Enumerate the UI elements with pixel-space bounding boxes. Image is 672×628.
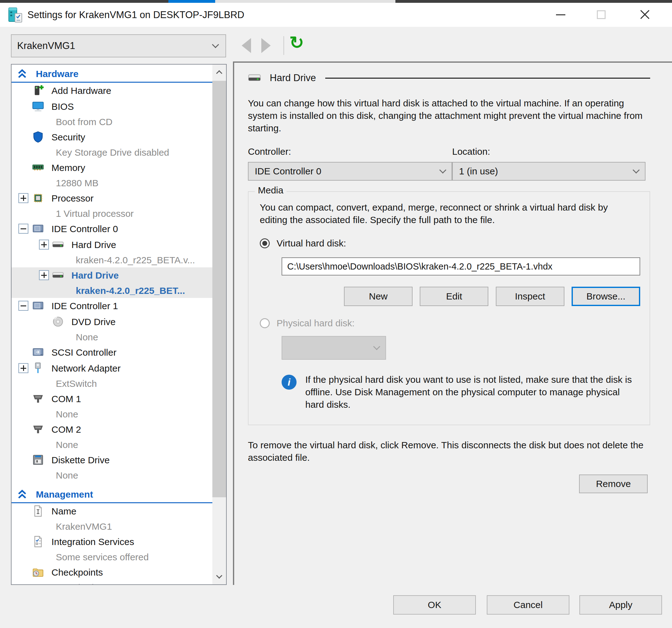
sidebar-subtext-security-sub[interactable]: Key Storage Drive disabled (11, 145, 213, 160)
sidebar-subtext-integration-services-sub[interactable]: Some services offered (11, 550, 213, 564)
close-button[interactable] (635, 5, 655, 24)
apply-button[interactable]: Apply (579, 595, 662, 614)
item-subtext: kraken-4.2.0_r225_BETA.v... (76, 255, 195, 265)
sidebar-item-diskette-drive[interactable]: Diskette Drive (11, 452, 213, 468)
sidebar-item-integration-services[interactable]: Integration Services (11, 534, 213, 550)
item-label: Integration Services (51, 537, 134, 547)
hard-drive-panel: Hard Drive You can change how this virtu… (233, 62, 672, 585)
forward-button[interactable] (261, 38, 271, 53)
virtual-hard-disk-radio[interactable] (260, 238, 270, 248)
sidebar-subtext-bios-sub[interactable]: Boot from CD (11, 115, 213, 129)
chevron-down-icon (633, 167, 640, 174)
sidebar-item-memory[interactable]: Memory (11, 160, 213, 176)
chevron-down-icon (373, 343, 380, 350)
sidebar-item-add-hardware[interactable]: Add Hardware (11, 83, 213, 99)
media-group-label: Media (255, 185, 287, 195)
location-label: Location: (452, 146, 646, 157)
sidebar-subtext-hard-drive-1-sub[interactable]: kraken-4.2.0_r225_BETA.v... (11, 253, 213, 268)
item-subtext: ExtSwitch (56, 378, 97, 389)
expand-icon[interactable] (39, 239, 49, 250)
item-subtext: KrakenVMG1 (56, 521, 112, 532)
settings-window: Settings for KrakenVMG1 on DESKTOP-JF9LB… (0, 0, 672, 628)
collapse-section-icon[interactable] (17, 489, 28, 500)
item-label: IDE Controller 1 (51, 301, 118, 311)
sidebar-item-ide-controller-1[interactable]: IDE Controller 1 (11, 298, 213, 314)
scrollbar-thumb[interactable] (212, 81, 226, 497)
vhd-path-input[interactable]: C:\Users\hmoe\Downloads\BIOS\kraken-4.2.… (282, 257, 640, 276)
new-button[interactable]: New (344, 287, 412, 306)
expand-icon[interactable] (39, 270, 49, 280)
maximize-icon (597, 10, 606, 19)
sidebar-subtext-memory-sub[interactable]: 12880 MB (11, 176, 213, 190)
window-title: Settings for KrakenVMG1 on DESKTOP-JF9LB… (27, 3, 244, 27)
chevron-down-icon (216, 573, 222, 579)
ok-button[interactable]: OK (393, 595, 476, 614)
hard-drive-icon (52, 239, 64, 251)
controller-label: Controller: (248, 146, 452, 157)
expand-icon[interactable] (18, 363, 28, 373)
sidebar-subtext-com-2-sub[interactable]: None (11, 437, 213, 452)
sidebar-subtext-processor-sub[interactable]: 1 Virtual processor (11, 206, 213, 221)
cancel-button[interactable]: Cancel (487, 595, 569, 614)
item-label: Checkpoints (51, 567, 103, 578)
sidebar-item-security[interactable]: Security (11, 129, 213, 145)
physical-hard-disk-radio (260, 318, 270, 328)
panel-intro-text: You can change how this virtual hard dis… (248, 97, 644, 135)
hyperv-settings-icon (7, 6, 24, 23)
sidebar-item-ide-controller-0[interactable]: IDE Controller 0 (11, 221, 213, 237)
controller-icon (32, 300, 44, 312)
vm-selector-value: KrakenVMG1 (17, 40, 75, 51)
close-icon (640, 9, 650, 20)
sidebar-item-hard-drive-2[interactable]: Hard Drive (11, 268, 213, 283)
refresh-button[interactable]: ↻ (289, 32, 304, 53)
com-icon (32, 393, 44, 404)
sidebar-item-processor[interactable]: Processor (11, 190, 213, 206)
sidebar-subtext-dvd-drive-sub[interactable]: None (11, 330, 213, 344)
scrollbar-down-button[interactable] (212, 569, 226, 584)
bios-icon (32, 100, 44, 112)
edit-button[interactable]: Edit (420, 287, 488, 306)
memory-icon (32, 162, 44, 173)
browse-button[interactable]: Browse... (572, 287, 640, 306)
remove-button[interactable]: Remove (579, 474, 648, 493)
sidebar-item-scsi-controller[interactable]: SCSI Controller (11, 344, 213, 360)
diskette-icon (32, 454, 44, 466)
chevron-down-icon (212, 41, 219, 48)
header-rule (325, 78, 650, 78)
sidebar-item-bios[interactable]: BIOS (11, 99, 213, 115)
item-label: Add Hardware (51, 86, 111, 96)
item-label: Hard Drive (71, 239, 116, 250)
chevron-up-icon (216, 70, 222, 76)
sidebar-item-hard-drive-1[interactable]: Hard Drive (11, 237, 213, 253)
location-value: 1 (in use) (459, 166, 498, 177)
inspect-button[interactable]: Inspect (496, 287, 565, 306)
sidebar-item-dvd-drive[interactable]: DVD Drive (11, 314, 213, 330)
sidebar-section-management[interactable]: Management (11, 486, 213, 503)
collapse-icon[interactable] (18, 224, 28, 234)
sidebar-item-com-1[interactable]: COM 1 (11, 391, 213, 407)
sidebar-subtext-com-1-sub[interactable]: None (11, 407, 213, 421)
sidebar-item-name[interactable]: Name (11, 503, 213, 519)
scrollbar-up-button[interactable] (212, 65, 226, 79)
sidebar-item-network-adapter[interactable]: Network Adapter (11, 360, 213, 376)
item-label: COM 2 (51, 424, 81, 435)
sidebar-item-checkpoints[interactable]: Checkpoints (11, 564, 213, 580)
sidebar-subtext-diskette-drive-sub[interactable]: None (11, 468, 213, 483)
expand-icon[interactable] (18, 193, 28, 203)
location-select[interactable]: 1 (in use) (452, 162, 646, 181)
processor-icon (32, 192, 44, 204)
sidebar-subtext-network-adapter-sub[interactable]: ExtSwitch (11, 376, 213, 391)
sidebar-subtext-checkpoints-sub[interactable]: Standard (11, 580, 213, 585)
collapse-icon[interactable] (18, 301, 28, 311)
controller-select[interactable]: IDE Controller 0 (248, 162, 452, 181)
section-label: Management (36, 489, 93, 500)
sidebar-item-com-2[interactable]: COM 2 (11, 421, 213, 437)
sidebar-subtext-hard-drive-2-sub[interactable]: kraken-4.2.0_r225_BET... (11, 283, 213, 298)
tree-scrollbar[interactable] (212, 65, 226, 584)
sidebar-subtext-name-sub[interactable]: KrakenVMG1 (11, 519, 213, 534)
minimize-button[interactable] (551, 5, 571, 24)
vm-selector[interactable]: KrakenVMG1 (11, 34, 226, 57)
collapse-section-icon[interactable] (17, 68, 28, 79)
back-button[interactable] (242, 38, 251, 53)
sidebar-section-hardware[interactable]: Hardware (11, 66, 213, 83)
